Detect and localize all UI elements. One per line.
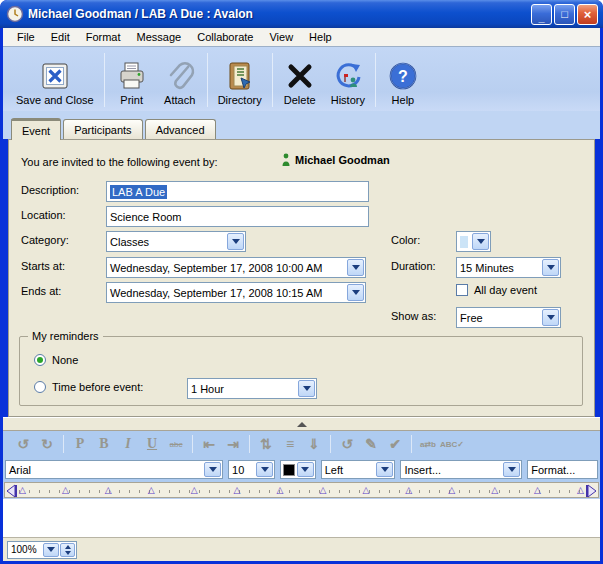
rotate-icon[interactable]: ↺ [335,436,359,452]
tab-strip: Event Participants Advanced [3,111,600,139]
font-size-dropdown[interactable]: 10 [228,460,275,479]
menu-file[interactable]: File [9,29,43,45]
chevron-down-icon [256,462,273,477]
chevron-down-icon [204,462,221,477]
history-button[interactable]: History [324,51,372,109]
attach-button[interactable]: Attach [156,51,204,109]
invite-text: You are invited to the following event b… [21,156,218,168]
font-color-swatch [283,464,295,476]
reminder-none-radio[interactable] [34,354,46,366]
duration-dropdown[interactable]: 15 Minutes [456,257,561,278]
toolbar-separator [104,53,105,107]
indent-icon[interactable]: ⇥ [221,436,245,452]
tab-stop-icon[interactable]: △ [277,484,284,496]
find-replace-icon[interactable]: a⇄b [416,440,440,449]
help-question-icon: ? [386,59,420,93]
tab-event[interactable]: Event [11,118,61,140]
menu-format[interactable]: Format [78,29,129,45]
ends-at-label: Ends at: [21,285,61,297]
chevron-down-icon [542,309,559,326]
reminder-time-radio[interactable] [34,381,46,393]
tab-participants[interactable]: Participants [63,119,142,139]
reminder-time-label: Time before event: [52,381,143,393]
svg-text:?: ? [398,68,408,85]
format-dropdown[interactable]: Format... [527,460,598,479]
left-margin-marker[interactable] [6,484,17,498]
help-button[interactable]: ? Help [379,51,427,109]
accept-icon[interactable]: ✔ [383,436,407,452]
tab-stop-icon[interactable]: △ [362,484,369,496]
menu-edit[interactable]: Edit [43,29,78,45]
all-day-checkbox[interactable] [456,284,468,296]
chevron-down-icon [347,284,364,301]
chevron-down-icon [503,462,520,477]
spell-check-icon[interactable]: ABC✓ [440,440,464,449]
tab-stop-icon[interactable]: △ [62,484,69,496]
ends-at-dropdown[interactable]: Wednesday, September 17, 2008 10:15 AM [106,282,366,303]
move-down-icon[interactable]: ⇓ [302,436,326,452]
underline-icon[interactable]: U [140,436,164,452]
pen-icon[interactable]: ✎ [359,436,383,452]
line-spacing-icon[interactable]: ⇅ [254,436,278,452]
splitter-bar[interactable] [3,417,600,431]
zoom-spinner[interactable] [60,543,75,557]
chevron-down-icon [376,462,393,477]
menu-message[interactable]: Message [129,29,190,45]
tab-stop-icon[interactable]: △ [577,484,584,496]
italic-icon[interactable]: I [116,436,140,452]
tab-stop-icon[interactable]: △ [319,484,326,496]
tab-stop-icon[interactable]: △ [534,484,541,496]
description-label: Description: [21,184,79,196]
tab-stop-icon[interactable]: △ [491,484,498,496]
menu-collaborate[interactable]: Collaborate [189,29,261,45]
message-body[interactable] [3,499,600,537]
minimize-button[interactable]: _ [531,4,552,25]
font-color-dropdown[interactable] [280,460,315,479]
tab-stop-icon[interactable]: △ [448,484,455,496]
tab-stop-icon[interactable]: △ [234,484,241,496]
color-swatch [460,236,468,248]
status-bar: 100% [3,537,600,561]
ruler[interactable]: △△△△△△△△△△△△△△ [4,482,599,498]
ruler-tabstops[interactable]: △△△△△△△△△△△△△△ [19,484,584,496]
my-reminders-group: My reminders None Time before event: 1 H… [19,336,583,406]
chevron-down-icon [347,259,364,276]
reminder-time-dropdown[interactable]: 1 Hour [187,378,317,399]
menu-view[interactable]: View [261,29,301,45]
directory-button[interactable]: Directory [211,51,269,109]
zoom-dropdown-arrow-icon[interactable] [43,543,59,557]
alignment-dropdown[interactable]: Left [321,460,396,479]
maximize-button[interactable]: □ [554,4,575,25]
location-input[interactable]: Science Room [106,206,369,227]
close-button[interactable]: × [577,4,598,25]
plain-style-icon[interactable]: P [68,436,92,452]
undo-icon[interactable]: ↺ [11,436,35,452]
save-and-close-button[interactable]: Save and Close [9,51,101,109]
description-input[interactable]: LAB A Due [106,181,369,202]
redo-icon[interactable]: ↻ [35,436,59,452]
zoom-control[interactable]: 100% [7,541,77,559]
tab-stop-icon[interactable]: △ [19,484,26,496]
delete-button[interactable]: Delete [276,51,324,109]
insert-dropdown[interactable]: Insert... [400,460,522,479]
right-margin-marker[interactable] [586,484,597,498]
font-toolbar: Arial 10 Left Insert... Format... [3,457,600,482]
show-as-dropdown[interactable]: Free [456,307,561,328]
tab-stop-icon[interactable]: △ [405,484,412,496]
tab-stop-icon[interactable]: △ [191,484,198,496]
tab-stop-icon[interactable]: △ [105,484,112,496]
paragraph-spacing-icon[interactable]: ≡ [278,436,302,452]
font-family-dropdown[interactable]: Arial [5,460,223,479]
show-as-label: Show as: [391,310,436,322]
menu-bar: File Edit Format Message Collaborate Vie… [3,28,600,47]
strikethrough-icon[interactable]: abc [164,440,188,449]
tab-stop-icon[interactable]: △ [148,484,155,496]
category-dropdown[interactable]: Classes [106,231,246,252]
starts-at-dropdown[interactable]: Wednesday, September 17, 2008 10:00 AM [106,257,366,278]
menu-help[interactable]: Help [301,29,340,45]
color-dropdown[interactable] [456,231,491,252]
tab-advanced[interactable]: Advanced [145,119,216,139]
bold-icon[interactable]: B [92,436,116,452]
print-button[interactable]: Print [108,51,156,109]
outdent-icon[interactable]: ⇤ [197,436,221,452]
